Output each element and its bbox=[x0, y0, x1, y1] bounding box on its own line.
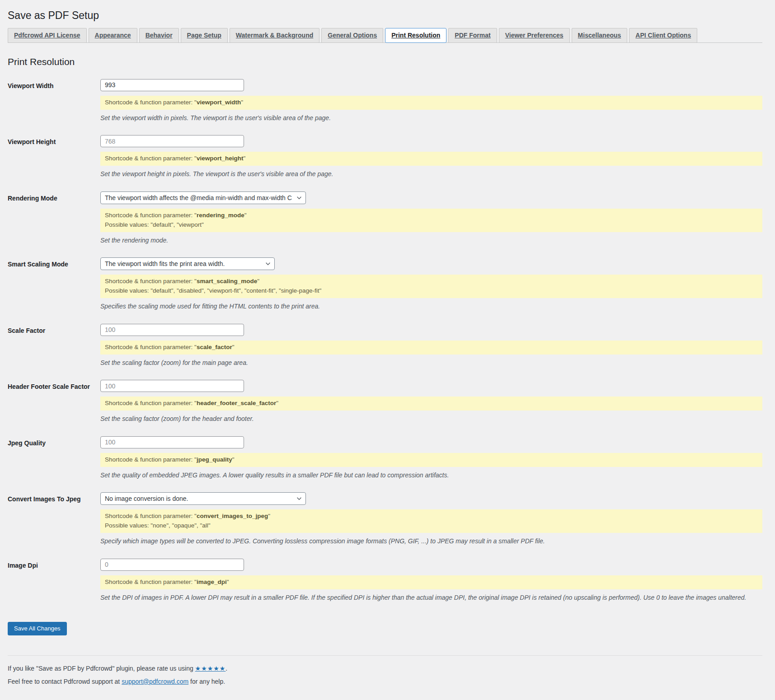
shortcode-param-name: viewport_width bbox=[197, 99, 241, 106]
tab-general-options[interactable]: General Options bbox=[321, 28, 383, 43]
shortcode-param-name: smart_scaling_mode bbox=[197, 278, 257, 285]
support-email-link[interactable]: support@pdfcrowd.com bbox=[122, 678, 188, 685]
jpeg-quality-description: Set the quality of embedded JPEG images.… bbox=[100, 471, 762, 480]
header-footer-scale-factor-description: Set the scaling factor (zoom) for the he… bbox=[100, 415, 762, 424]
rendering-mode-label: Rendering Mode bbox=[8, 191, 100, 245]
field-row-scale-factor: Scale FactorShortcode & function paramet… bbox=[8, 324, 762, 368]
scale-factor-input[interactable] bbox=[100, 324, 244, 336]
shortcode-note: Shortcode & function parameter: "header_… bbox=[100, 397, 762, 411]
smart-scaling-mode-label: Smart Scaling Mode bbox=[8, 257, 100, 311]
rendering-mode-select[interactable]: The viewport width affects the @media mi… bbox=[100, 191, 306, 204]
shortcode-note: Shortcode & function parameter: "renderi… bbox=[100, 209, 762, 232]
image-dpi-description: Set the DPI of images in PDF. A lower DP… bbox=[100, 593, 762, 602]
shortcode-note-line: Shortcode & function parameter: "scale_f… bbox=[105, 343, 758, 352]
shortcode-note-line: Shortcode & function parameter: "viewpor… bbox=[105, 98, 758, 107]
field-row-viewport-height: Viewport HeightShortcode & function para… bbox=[8, 135, 762, 179]
image-dpi-input[interactable] bbox=[100, 559, 244, 571]
shortcode-note: Shortcode & function parameter: "image_d… bbox=[100, 575, 762, 589]
tab-miscellaneous[interactable]: Miscellaneous bbox=[572, 28, 628, 43]
shortcode-param-name: header_footer_scale_factor bbox=[197, 400, 276, 406]
shortcode-param-name: scale_factor bbox=[197, 344, 232, 350]
viewport-height-description: Set the viewport height in pixels. The v… bbox=[100, 170, 762, 179]
field-row-header-footer-scale-factor: Header Footer Scale FactorShortcode & fu… bbox=[8, 380, 762, 424]
convert-images-to-jpeg-select[interactable]: No image conversion is done. bbox=[100, 492, 306, 505]
jpeg-quality-label: Jpeg Quality bbox=[8, 436, 100, 480]
shortcode-note: Shortcode & function parameter: "viewpor… bbox=[100, 152, 762, 166]
tab-pdf-format[interactable]: PDF Format bbox=[448, 28, 497, 43]
viewport-height-control: Shortcode & function parameter: "viewpor… bbox=[100, 135, 762, 179]
viewport-height-label: Viewport Height bbox=[8, 135, 100, 179]
shortcode-note: Shortcode & function parameter: "convert… bbox=[100, 509, 762, 533]
shortcode-note-line: Shortcode & function parameter: "viewpor… bbox=[105, 154, 758, 163]
field-row-viewport-width: Viewport WidthShortcode & function param… bbox=[8, 79, 762, 123]
shortcode-param-name: convert_images_to_jpeg bbox=[197, 513, 268, 519]
viewport-width-description: Set the viewport width in pixels. The vi… bbox=[100, 114, 762, 123]
header-footer-scale-factor-input[interactable] bbox=[100, 380, 244, 392]
viewport-height-input[interactable] bbox=[100, 135, 244, 147]
settings-form: Viewport WidthShortcode & function param… bbox=[8, 79, 762, 602]
section-heading: Print Resolution bbox=[8, 56, 762, 67]
smart-scaling-mode-description: Specifies the scaling mode used for fitt… bbox=[100, 302, 762, 311]
scale-factor-control: Shortcode & function parameter: "scale_f… bbox=[100, 324, 762, 368]
image-dpi-control: Shortcode & function parameter: "image_d… bbox=[100, 559, 762, 602]
jpeg-quality-control: Shortcode & function parameter: "jpeg_qu… bbox=[100, 436, 762, 480]
smart-scaling-mode-select[interactable]: The viewport width fits the print area w… bbox=[100, 257, 275, 270]
shortcode-note-line: Shortcode & function parameter: "image_d… bbox=[105, 578, 758, 587]
shortcode-note-line: Shortcode & function parameter: "convert… bbox=[105, 512, 758, 521]
tab-page-setup[interactable]: Page Setup bbox=[181, 28, 228, 43]
convert-images-to-jpeg-label: Convert Images To Jpeg bbox=[8, 492, 100, 546]
shortcode-note: Shortcode & function parameter: "viewpor… bbox=[100, 96, 762, 110]
field-row-smart-scaling-mode: Smart Scaling ModeThe viewport width fit… bbox=[8, 257, 762, 311]
tab-bar: Pdfcrowd API LicenseAppearanceBehaviorPa… bbox=[8, 28, 762, 43]
support-line: Feel free to contact Pdfcrowd support at… bbox=[8, 678, 762, 685]
shortcode-note-line: Shortcode & function parameter: "renderi… bbox=[105, 211, 758, 220]
support-text: Feel free to contact Pdfcrowd support at bbox=[8, 678, 122, 685]
convert-images-to-jpeg-select-wrap: No image conversion is done. bbox=[100, 492, 306, 505]
page-title: Save as PDF Setup bbox=[8, 5, 762, 28]
support-suffix: for any help. bbox=[188, 678, 225, 685]
smart-scaling-mode-select-wrap: The viewport width fits the print area w… bbox=[100, 257, 275, 270]
header-footer-scale-factor-control: Shortcode & function parameter: "header_… bbox=[100, 380, 762, 424]
shortcode-param-name: image_dpi bbox=[197, 579, 227, 585]
jpeg-quality-input[interactable] bbox=[100, 436, 244, 448]
tab-watermark-background[interactable]: Watermark & Background bbox=[230, 28, 319, 43]
rate-us-line: If you like "Save as PDF by Pdfcrowd" pl… bbox=[8, 665, 762, 672]
rendering-mode-control: The viewport width affects the @media mi… bbox=[100, 191, 762, 245]
shortcode-param-name: viewport_height bbox=[197, 155, 244, 162]
field-row-image-dpi: Image DpiShortcode & function parameter:… bbox=[8, 559, 762, 602]
tab-viewer-preferences[interactable]: Viewer Preferences bbox=[499, 28, 570, 43]
rate-us-suffix: . bbox=[225, 665, 227, 672]
field-row-convert-images-to-jpeg: Convert Images To JpegNo image conversio… bbox=[8, 492, 762, 546]
save-all-changes-button[interactable]: Save All Changes bbox=[8, 622, 67, 635]
viewport-width-control: Shortcode & function parameter: "viewpor… bbox=[100, 79, 762, 123]
tab-pdfcrowd-api-license[interactable]: Pdfcrowd API License bbox=[8, 28, 87, 43]
scale-factor-label: Scale Factor bbox=[8, 324, 100, 368]
possible-values-line: Possible values: "none", "opaque", "all" bbox=[105, 521, 758, 531]
shortcode-note: Shortcode & function parameter: "smart_s… bbox=[100, 275, 762, 298]
tab-api-client-options[interactable]: API Client Options bbox=[629, 28, 697, 43]
shortcode-param-name: rendering_mode bbox=[197, 212, 244, 219]
field-row-jpeg-quality: Jpeg QualityShortcode & function paramet… bbox=[8, 436, 762, 480]
rate-us-text: If you like "Save as PDF by Pdfcrowd" pl… bbox=[8, 665, 195, 672]
scale-factor-description: Set the scaling factor (zoom) for the ma… bbox=[100, 359, 762, 368]
shortcode-param-name: jpeg_quality bbox=[197, 456, 232, 463]
possible-values-line: Possible values: "default", "viewport" bbox=[105, 220, 758, 230]
tab-appearance[interactable]: Appearance bbox=[89, 28, 137, 43]
image-dpi-label: Image Dpi bbox=[8, 559, 100, 602]
shortcode-note-line: Shortcode & function parameter: "smart_s… bbox=[105, 277, 758, 286]
rate-stars-link[interactable]: ★★★★★ bbox=[195, 665, 226, 672]
possible-values-line: Possible values: "default", "disabled", … bbox=[105, 286, 758, 296]
shortcode-note-line: Shortcode & function parameter: "header_… bbox=[105, 399, 758, 408]
tab-behavior[interactable]: Behavior bbox=[139, 28, 179, 43]
header-footer-scale-factor-label: Header Footer Scale Factor bbox=[8, 380, 100, 424]
viewport-width-label: Viewport Width bbox=[8, 79, 100, 123]
viewport-width-input[interactable] bbox=[100, 79, 244, 91]
field-row-rendering-mode: Rendering ModeThe viewport width affects… bbox=[8, 191, 762, 245]
tab-print-resolution[interactable]: Print Resolution bbox=[385, 28, 446, 43]
rendering-mode-description: Set the rendering mode. bbox=[100, 236, 762, 245]
convert-images-to-jpeg-control: No image conversion is done.Shortcode & … bbox=[100, 492, 762, 546]
page-footer: If you like "Save as PDF by Pdfcrowd" pl… bbox=[8, 655, 762, 685]
smart-scaling-mode-control: The viewport width fits the print area w… bbox=[100, 257, 762, 311]
shortcode-note: Shortcode & function parameter: "jpeg_qu… bbox=[100, 453, 762, 467]
shortcode-note-line: Shortcode & function parameter: "jpeg_qu… bbox=[105, 455, 758, 465]
